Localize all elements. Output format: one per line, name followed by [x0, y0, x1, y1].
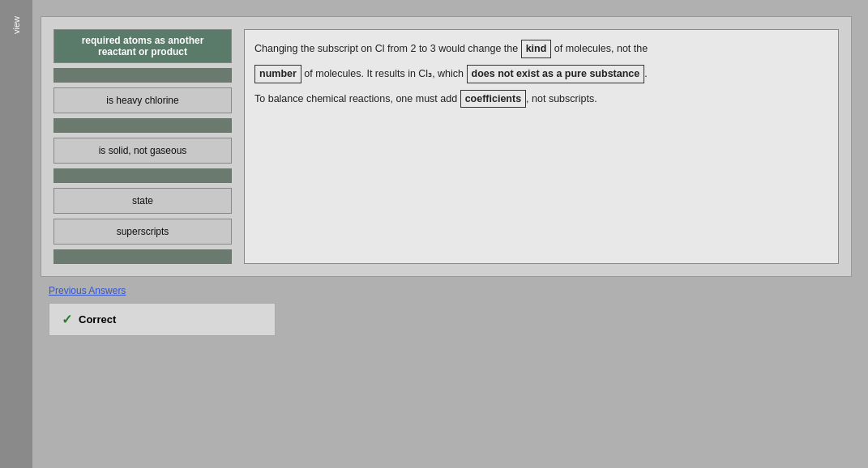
left-panel: required atoms as another reactant or pr…	[53, 29, 232, 264]
line1-post: of molecules, not the	[551, 43, 648, 54]
right-panel: Changing the subscript on Cl from 2 to 3…	[244, 29, 839, 264]
btn-superscripts[interactable]: superscripts	[53, 219, 232, 245]
btn-solid[interactable]: is solid, not gaseous	[53, 138, 232, 164]
number-inline: number	[254, 65, 301, 83]
spacer-1	[53, 68, 232, 83]
sidebar: view	[0, 0, 32, 468]
line1-pre: Changing the subscript on Cl from 2 to 3…	[254, 43, 521, 54]
line3-pre: To balance chemical reactions, one must …	[254, 93, 460, 104]
checkmark-icon: ✓	[62, 312, 72, 327]
btn-reactant[interactable]: required atoms as another reactant or pr…	[53, 29, 232, 63]
coefficients-inline: coefficients	[460, 90, 526, 108]
spacer-3	[53, 168, 232, 183]
spacer-2	[53, 118, 232, 133]
btn-heavy-chlorine[interactable]: is heavy chlorine	[53, 87, 232, 113]
explanation-line2: number of molecules. It results in Cl₃, …	[254, 65, 828, 83]
correct-label: Correct	[79, 313, 116, 325]
correct-banner: ✓ Correct	[49, 303, 276, 336]
line3-post: , not subscripts.	[526, 93, 597, 104]
main-content: required atoms as another reactant or pr…	[32, 0, 868, 352]
pure-substance-inline: does not exist as a pure substance	[467, 65, 645, 83]
spacer-4	[53, 249, 232, 264]
sidebar-label: view	[11, 16, 21, 34]
line2-mid: of molecules. It results in Cl₃, which	[301, 68, 467, 79]
explanation-line3: To balance chemical reactions, one must …	[254, 90, 828, 108]
kind-inline: kind	[521, 40, 552, 58]
prev-answers-link[interactable]: Previous Answers	[49, 285, 852, 296]
btn-state[interactable]: state	[53, 188, 232, 214]
question-area: required atoms as another reactant or pr…	[41, 16, 852, 277]
bottom-area: Previous Answers ✓ Correct	[41, 285, 852, 336]
explanation-line1: Changing the subscript on Cl from 2 to 3…	[254, 40, 828, 58]
